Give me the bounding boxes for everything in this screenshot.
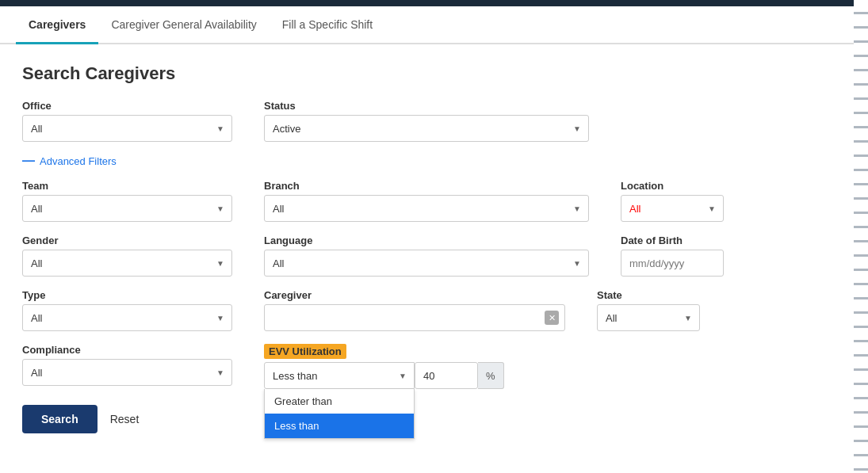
tab-caregiver-general-availability[interactable]: Caregiver General Availability [98, 6, 269, 44]
evv-condition-select[interactable]: Less than Greater than [264, 362, 415, 389]
branch-group: Branch All [264, 180, 589, 222]
main-content: Search Caregivers Office All Status All … [0, 44, 868, 452]
page-title: Search Caregivers [22, 63, 846, 84]
branch-select[interactable]: All [264, 195, 589, 222]
office-label: Office [22, 100, 232, 112]
location-select-wrapper: All [621, 195, 724, 222]
team-group: Team All [22, 180, 232, 222]
evv-group: EVV Utilization Less than Greater than G… [264, 344, 504, 389]
top-strip [0, 0, 868, 6]
row-team-branch-location: Team All Branch All Location All [22, 180, 846, 222]
advanced-filters-toggle[interactable]: — Advanced Filters [22, 154, 846, 167]
row-office-status: Office All Status All Active Inactive [22, 100, 846, 142]
caregiver-group: Caregiver ✕ [264, 289, 565, 331]
compliance-select[interactable]: All [22, 359, 232, 386]
office-select[interactable]: All [22, 115, 232, 142]
gender-select-wrapper: All [22, 250, 232, 277]
location-select[interactable]: All [621, 195, 724, 222]
team-label: Team [22, 180, 232, 192]
caregiver-input-wrapper: ✕ [264, 304, 565, 331]
evv-percent-label: % [478, 362, 504, 389]
evv-controls: Less than Greater than Greater than Less… [264, 362, 504, 389]
status-select-wrapper: All Active Inactive [264, 115, 589, 142]
compliance-group: Compliance All [22, 344, 232, 386]
row-type-caregiver-state: Type All Caregiver ✕ State All [22, 289, 846, 331]
state-group: State All [597, 289, 700, 331]
status-group: Status All Active Inactive [264, 100, 589, 142]
branch-select-wrapper: All [264, 195, 589, 222]
state-select-wrapper: All [597, 304, 700, 331]
dob-input[interactable] [621, 250, 724, 277]
evv-dropdown-wrapper: Less than Greater than Greater than Less… [264, 362, 415, 389]
top-nav: Caregivers Caregiver General Availabilit… [0, 6, 868, 44]
advanced-filters-dash: — [22, 154, 35, 167]
location-group: Location All [621, 180, 724, 222]
branch-label: Branch [264, 180, 589, 192]
advanced-filters-label: Advanced Filters [40, 155, 117, 167]
evv-dropdown-popup: Greater than Less than [264, 389, 415, 439]
compliance-label: Compliance [22, 344, 232, 356]
state-label: State [597, 289, 700, 301]
location-label: Location [621, 180, 724, 192]
button-row: Search Reset [22, 405, 846, 433]
type-group: Type All [22, 289, 232, 331]
type-label: Type [22, 289, 232, 301]
language-label: Language [264, 235, 589, 246]
caregiver-input[interactable] [264, 304, 565, 331]
tab-caregivers[interactable]: Caregivers [16, 6, 98, 44]
office-group: Office All [22, 100, 232, 142]
status-label: Status [264, 100, 589, 112]
dob-group: Date of Birth [621, 235, 724, 277]
right-edge-decoration [854, 0, 868, 473]
tab-fill-specific-shift[interactable]: Fill a Specific Shift [270, 6, 385, 44]
compliance-select-wrapper: All [22, 359, 232, 386]
evv-label: EVV Utilization [264, 344, 346, 359]
status-select[interactable]: All Active Inactive [264, 115, 589, 142]
dob-label: Date of Birth [621, 235, 724, 246]
language-group: Language All [264, 235, 589, 277]
caregiver-clear-button[interactable]: ✕ [545, 311, 559, 325]
type-select[interactable]: All [22, 304, 232, 331]
reset-button[interactable]: Reset [110, 413, 140, 425]
row-compliance-evv: Compliance All EVV Utilization Less than… [22, 344, 846, 389]
team-select-wrapper: All [22, 195, 232, 222]
gender-label: Gender [22, 235, 232, 246]
search-button[interactable]: Search [22, 405, 98, 433]
evv-option-greater-than[interactable]: Greater than [265, 389, 414, 414]
evv-option-less-than[interactable]: Less than [265, 414, 414, 438]
office-select-wrapper: All [22, 115, 232, 142]
language-select-wrapper: All [264, 250, 589, 277]
row-gender-language-dob: Gender All Language All Date of Birth [22, 235, 846, 277]
gender-select[interactable]: All [22, 250, 232, 277]
language-select[interactable]: All [264, 250, 589, 277]
gender-group: Gender All [22, 235, 232, 277]
type-select-wrapper: All [22, 304, 232, 331]
state-select[interactable]: All [597, 304, 700, 331]
evv-value-input[interactable] [415, 362, 478, 389]
caregiver-label: Caregiver [264, 289, 565, 301]
team-select[interactable]: All [22, 195, 232, 222]
